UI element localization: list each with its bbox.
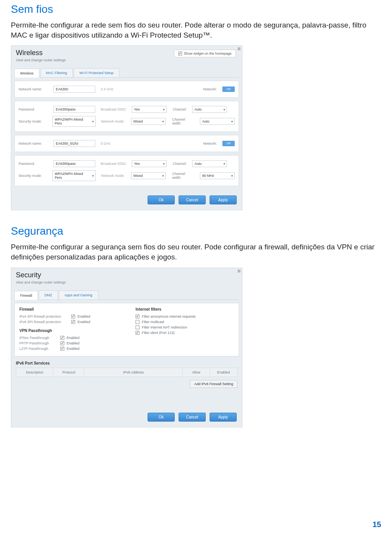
firewall-heading: Firewall: [19, 307, 120, 311]
filter-multicast-label: Filter multicast: [142, 320, 164, 324]
password-label: Password:: [19, 107, 50, 111]
security-columns: Firewall IPv4 SPI firewall protection En…: [14, 303, 239, 356]
desc-seguranca: Permite-lhe configurar a segurança sem f…: [11, 242, 381, 262]
show-widget-checkbox[interactable]: Show widget on the homepage: [174, 50, 236, 57]
tab-mac-filtering[interactable]: MAC Filtering: [40, 68, 73, 77]
enabled-label: Enabled: [77, 320, 90, 324]
ok-button[interactable]: Ok: [148, 195, 175, 204]
channel-width-select-5[interactable]: 80 MHz▾: [200, 172, 235, 179]
wireless-footer-buttons: Ok Cancel Apply: [11, 191, 242, 206]
close-icon[interactable]: ⊠: [237, 47, 241, 51]
filter-anon-checkbox[interactable]: [136, 315, 139, 318]
add-ipv6-firewall-button[interactable]: Add IPv6 Firewall Setting: [190, 380, 237, 388]
heading-sem-fios: Sem fios: [11, 3, 381, 16]
security-tabs: Firewall DMZ Apps and Gaming: [14, 290, 239, 300]
pptp-label: PPTP Passthrough: [19, 341, 58, 345]
band-5-block: Network name: EA6350_5Ghz 5 GHz Network:…: [14, 135, 239, 152]
ipv4-spi-checkbox[interactable]: [71, 315, 75, 318]
l2tp-label: L2TP Passthrough: [19, 347, 58, 351]
panel-subtitle: View and change router settings: [16, 58, 237, 62]
password-label-5: Password:: [19, 162, 50, 166]
ipsec-checkbox[interactable]: [60, 336, 64, 340]
channel-select[interactable]: Auto▾: [192, 106, 227, 113]
network-toggle-label-5: Network:: [203, 142, 217, 145]
apply-button[interactable]: Apply: [210, 195, 237, 204]
desc-sem-fios: Permite-lhe configurar a rede sem fios d…: [11, 20, 381, 40]
band-5-details: Password: EA6350pass Broadcast SSID: Yes…: [14, 155, 239, 186]
security-panel-title: Security: [16, 271, 237, 279]
col-description: Description: [16, 368, 53, 377]
enabled-label: Enabled: [67, 347, 79, 351]
network-toggle-5[interactable]: ON: [222, 141, 235, 146]
col-enabled: Enabled: [210, 368, 237, 377]
tab-apps-gaming[interactable]: Apps and Gaming: [59, 290, 98, 299]
network-name-input[interactable]: EA6350: [53, 86, 95, 93]
channel-label-5: Channel:: [173, 162, 187, 166]
network-name-label: Network name:: [19, 87, 50, 91]
internet-filters-heading: Internet filters: [136, 307, 196, 311]
network-mode-label: Network mode:: [101, 119, 128, 123]
password-input[interactable]: EA6350pass: [53, 106, 95, 113]
filter-ident-checkbox[interactable]: [136, 331, 139, 335]
cancel-button[interactable]: Cancel: [179, 413, 206, 422]
network-name-label-5: Network name:: [19, 142, 50, 145]
security-mode-label-5: Security mode:: [19, 174, 49, 178]
close-icon[interactable]: ⊠: [237, 269, 241, 273]
tab-wireless[interactable]: Wireless: [14, 69, 40, 78]
ipv6-port-services-heading: IPv6 Port Services: [16, 361, 237, 365]
broadcast-ssid-select-5[interactable]: Yes▾: [132, 160, 167, 167]
security-panel: ⊠ Security View and change router settin…: [11, 268, 242, 427]
filter-nat-checkbox[interactable]: [136, 325, 139, 329]
col-allow: Allow: [183, 368, 210, 377]
broadcast-ssid-label-5: Broadcast SSID:: [101, 162, 129, 166]
security-panel-subtitle: View and change router settings: [16, 280, 237, 284]
band-24-block: Network name: EA6350 2.4 GHz Network: ON: [14, 81, 239, 98]
tab-firewall[interactable]: Firewall: [14, 291, 38, 300]
channel-width-label-5: Channel width:: [172, 172, 194, 180]
network-mode-label-5: Network mode:: [101, 174, 128, 178]
network-name-input-5[interactable]: EA6350_5Ghz: [53, 140, 95, 147]
network-mode-select-5[interactable]: Mixed▾: [131, 172, 166, 179]
tab-wps[interactable]: Wi-Fi Protected Setup: [74, 68, 119, 77]
filter-nat-label: Filter Internet NAT redirection: [142, 325, 187, 329]
channel-label: Channel:: [173, 107, 187, 111]
cancel-button[interactable]: Cancel: [179, 195, 206, 204]
wireless-panel: ⊠ Wireless View and change router settin…: [11, 45, 242, 210]
pptp-checkbox[interactable]: [60, 341, 64, 345]
band-24-details: Password: EA6350pass Broadcast SSID: Yes…: [14, 101, 239, 132]
heading-seguranca: Segurança: [11, 225, 381, 237]
ipv6-table-header: Description Protocol IPv6 Address Allow …: [16, 368, 237, 377]
network-mode-select[interactable]: Mixed▾: [131, 118, 166, 125]
enabled-label: Enabled: [67, 341, 79, 345]
network-toggle-label: Network:: [203, 87, 217, 91]
ipsec-label: IPSec Passthrough: [19, 336, 58, 340]
apply-button[interactable]: Apply: [210, 413, 237, 422]
ipv6-spi-checkbox[interactable]: [71, 320, 75, 324]
l2tp-checkbox[interactable]: [60, 347, 64, 351]
security-mode-select-5[interactable]: WPA2/WPA Mixed Pers▾: [52, 170, 96, 181]
security-mode-label: Security mode:: [19, 119, 49, 123]
password-input-5[interactable]: EA6350pass: [53, 160, 95, 167]
page-number: 15: [373, 520, 381, 529]
ipv4-spi-label: IPv4 SPI firewall protection: [19, 315, 69, 318]
channel-width-label: Channel width:: [172, 118, 194, 125]
enabled-label: Enabled: [67, 336, 79, 340]
ok-button[interactable]: Ok: [148, 413, 175, 422]
filter-multicast-checkbox[interactable]: [136, 320, 139, 324]
security-mode-select[interactable]: WPA2/WPA Mixed Pers▾: [52, 116, 96, 127]
channel-select-5[interactable]: Auto▾: [192, 160, 227, 167]
wireless-tabs: Wireless MAC Filtering Wi-Fi Protected S…: [14, 68, 239, 78]
channel-width-select[interactable]: Auto▾: [200, 118, 235, 125]
security-footer-buttons: Ok Cancel Apply: [11, 408, 242, 423]
show-widget-label: Show widget on the homepage: [184, 52, 232, 55]
band-24-label: 2.4 GHz: [101, 87, 129, 91]
ipv6-spi-label: IPv6 SPI firewall protection: [19, 320, 69, 324]
network-toggle[interactable]: ON: [222, 86, 235, 92]
filter-ident-label: Filter ident (Port 113): [142, 331, 175, 335]
band-5-label: 5 GHz: [101, 142, 129, 145]
tab-dmz[interactable]: DMZ: [39, 290, 58, 299]
broadcast-ssid-label: Broadcast SSID:: [101, 107, 129, 111]
checkbox-icon: [178, 52, 182, 55]
broadcast-ssid-select[interactable]: Yes▾: [132, 106, 167, 113]
filter-anon-label: Filter anonymous Internet requests: [142, 315, 196, 318]
